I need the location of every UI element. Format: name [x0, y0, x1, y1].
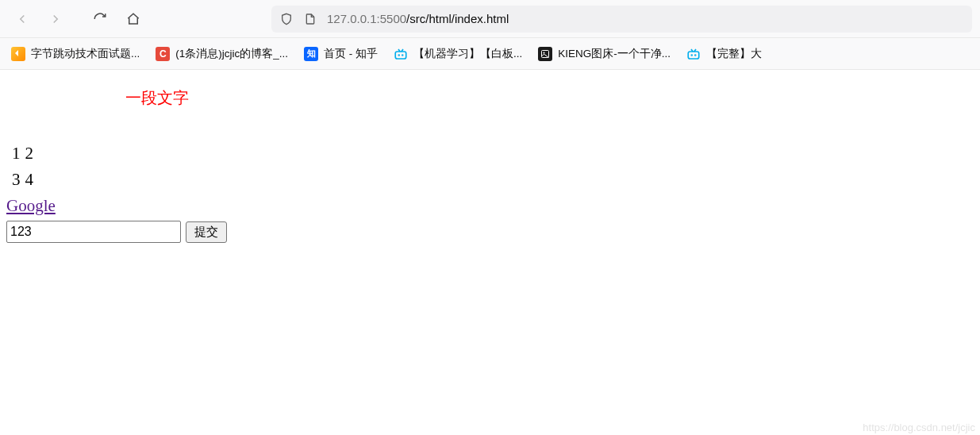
url-path: /src/html/index.html: [406, 12, 509, 25]
bookmark-item[interactable]: 知 首页 - 知乎: [298, 44, 384, 64]
bookmark-item[interactable]: 【完整】大: [680, 44, 768, 64]
svg-rect-0: [395, 52, 406, 59]
home-button[interactable]: [119, 5, 148, 33]
data-table: 1 2 3 4: [10, 141, 36, 193]
bookmark-item[interactable]: C (1条消息)jcjic的博客_...: [149, 44, 294, 64]
bookmark-label: KIENG图床-一个干净...: [558, 47, 671, 61]
leetcode-icon: [11, 47, 25, 61]
shield-icon: [279, 12, 294, 26]
svg-point-7: [695, 55, 696, 56]
bookmarks-bar: 字节跳动技术面试题... C (1条消息)jcjic的博客_... 知 首页 -…: [0, 38, 980, 70]
google-link[interactable]: Google: [6, 196, 56, 216]
url-host: 127.0.0.1: [327, 12, 377, 25]
bilibili-icon: [394, 47, 408, 61]
form-row: 提交: [6, 221, 974, 243]
table-row: 1 2: [10, 141, 36, 167]
bookmark-label: 首页 - 知乎: [324, 47, 378, 61]
svg-point-6: [691, 55, 692, 56]
table-cell: 2: [23, 141, 37, 167]
bilibili-icon: [686, 47, 701, 61]
svg-rect-5: [688, 52, 699, 59]
table-cell: 3: [10, 167, 23, 193]
image-host-icon: [538, 47, 552, 61]
bookmark-label: 字节跳动技术面试题...: [31, 47, 140, 61]
url-text: 127.0.0.1:5500/src/html/index.html: [327, 12, 509, 25]
csdn-icon: C: [156, 47, 170, 61]
table-cell: 1: [10, 141, 23, 167]
back-button[interactable]: [8, 5, 37, 33]
paragraph-text: 一段文字: [125, 87, 974, 109]
url-port: :5500: [377, 12, 407, 25]
reload-button[interactable]: [86, 5, 114, 33]
browser-toolbar: 127.0.0.1:5500/src/html/index.html: [0, 0, 980, 38]
text-input[interactable]: [6, 221, 181, 243]
watermark-text: https://blog.csdn.net/jcjic: [863, 422, 975, 433]
bookmark-item[interactable]: 字节跳动技术面试题...: [5, 44, 146, 64]
bookmark-label: 【完整】大: [706, 47, 762, 61]
zhihu-icon: 知: [304, 47, 318, 61]
table-row: 3 4: [10, 167, 36, 193]
svg-point-2: [402, 55, 403, 56]
bookmark-label: (1条消息)jcjic的博客_...: [175, 47, 288, 61]
address-bar[interactable]: 127.0.0.1:5500/src/html/index.html: [271, 6, 972, 33]
forward-button[interactable]: [41, 5, 70, 33]
bookmark-label: 【机器学习】【白板...: [413, 47, 522, 61]
bookmark-item[interactable]: KIENG图床-一个干净...: [532, 44, 677, 64]
table-cell: 4: [23, 167, 37, 193]
page-content: 一段文字 1 2 3 4 Google 提交 https://blog.csdn…: [0, 70, 980, 435]
svg-point-1: [398, 55, 399, 56]
svg-point-4: [544, 52, 545, 53]
bookmark-item[interactable]: 【机器学习】【白板...: [387, 44, 528, 64]
submit-button[interactable]: 提交: [186, 221, 227, 243]
page-info-icon[interactable]: [303, 12, 317, 26]
